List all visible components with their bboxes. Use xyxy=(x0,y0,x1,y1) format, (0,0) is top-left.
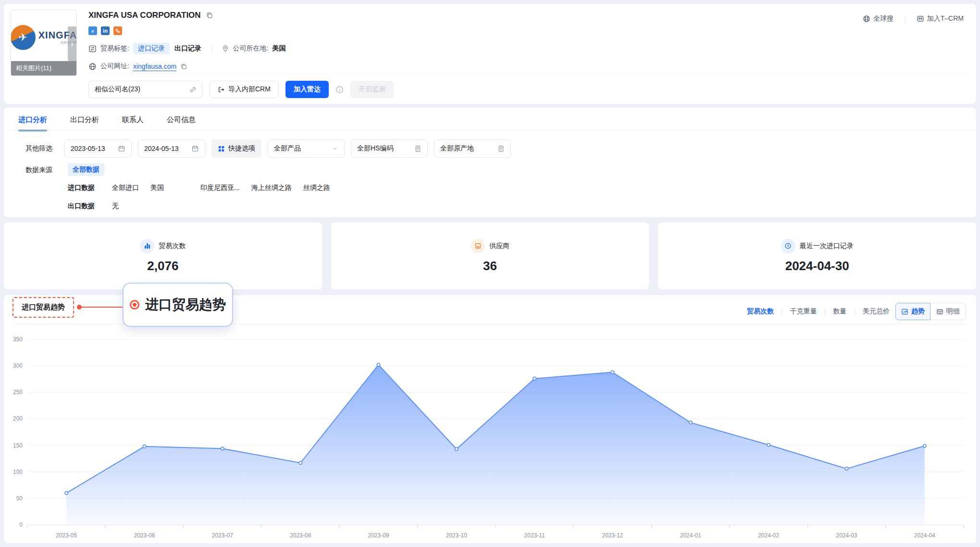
divider: | xyxy=(206,45,218,52)
start-date-picker[interactable]: 2023-05-13 xyxy=(64,139,132,158)
import-trend-panel: 进口贸易趋势 进口贸易趋势 贸易次数 | 千克重量 | 数量 | 美元总价 趋势 xyxy=(4,295,976,543)
quick-options-label: 快捷选项 xyxy=(228,144,255,153)
clock-icon xyxy=(781,239,795,253)
view-trend-button[interactable]: 趋势 xyxy=(895,303,930,320)
latest-import-card: 最近一次进口记录 2024-04-30 xyxy=(658,223,976,289)
company-name: XINGFA USA CORPORATION xyxy=(88,11,201,20)
end-date-value: 2024-05-13 xyxy=(144,145,179,152)
import-record-tag[interactable]: 进口记录 xyxy=(133,43,170,54)
start-monitoring-button[interactable]: 开启监测 xyxy=(350,81,394,98)
globe-icon xyxy=(88,62,97,71)
all-origins-value: 全部原产地 xyxy=(440,144,474,153)
global-search-icon xyxy=(863,15,870,23)
export-data-value: 无 xyxy=(112,202,119,211)
metric-quantity[interactable]: 数量 xyxy=(833,307,846,316)
all-products-value: 全部产品 xyxy=(274,144,301,153)
website-link[interactable]: xingfausa.com xyxy=(133,62,176,70)
location-value: 美国 xyxy=(272,44,285,53)
all-data-tag[interactable]: 全部数据 xyxy=(68,163,104,176)
import-crm-button[interactable]: 导入内部CRM xyxy=(210,81,279,98)
phone-icon[interactable] xyxy=(113,26,122,35)
global-search-link[interactable]: 全球搜 xyxy=(863,14,893,23)
svg-text:50: 50 xyxy=(16,495,23,502)
stats-row: 贸易次数 2,076 供应商 36 最近一次进口记录 2024-04-30 xyxy=(4,223,976,289)
analysis-panel: 进口分析 出口分析 联系人 公司信息 其他筛选 2023-05-13 2024-… xyxy=(4,108,976,217)
divider xyxy=(88,73,968,74)
import-source-item[interactable]: 全部进口 xyxy=(112,184,139,192)
import-crm-label: 导入内部CRM xyxy=(228,85,271,94)
shop-icon xyxy=(471,239,485,253)
similar-companies-label: 相似公司名(23) xyxy=(95,85,140,94)
svg-text:2023-06: 2023-06 xyxy=(134,532,155,539)
location-pin-icon xyxy=(222,45,229,52)
tab-import-analysis[interactable]: 进口分析 xyxy=(18,115,47,131)
svg-text:0: 0 xyxy=(19,522,23,528)
trend-chart: 0501001502002503003502023-052023-062023-… xyxy=(4,329,976,540)
suppliers-label: 供应商 xyxy=(489,242,509,250)
document-icon xyxy=(414,145,422,152)
import-source-item[interactable]: 丝绸之路 xyxy=(303,184,330,192)
metric-kg-weight[interactable]: 千克重量 xyxy=(790,307,817,316)
info-icon[interactable] xyxy=(335,86,344,94)
all-products-select[interactable]: 全部产品 xyxy=(268,139,345,158)
svg-text:200: 200 xyxy=(13,415,23,422)
add-radar-button[interactable]: 加入雷达 xyxy=(285,81,329,98)
website-e-icon[interactable]: e xyxy=(88,26,97,35)
start-date-value: 2023-05-13 xyxy=(71,145,105,152)
all-hs-codes-select[interactable]: 全部HS编码 xyxy=(351,139,428,158)
end-date-picker[interactable]: 2024-05-13 xyxy=(138,139,205,158)
tcrm-icon xyxy=(917,15,924,23)
link-icon xyxy=(189,86,197,93)
join-tcrm-label: 加入T–CRM xyxy=(927,14,964,23)
svg-text:2023-05: 2023-05 xyxy=(56,532,77,539)
bullseye-icon xyxy=(130,300,139,310)
metric-usd-total[interactable]: 美元总价 xyxy=(863,307,890,316)
svg-text:2024-02: 2024-02 xyxy=(758,532,779,539)
import-source-item[interactable]: 海上丝绸之路 xyxy=(251,184,292,192)
data-source-label: 数据来源 xyxy=(25,166,52,174)
import-source-item[interactable]: 印度尼西亚... xyxy=(200,184,240,192)
divider: | xyxy=(781,308,783,315)
table-icon xyxy=(936,308,943,315)
chevron-down-icon xyxy=(332,145,338,152)
calendar-icon xyxy=(191,145,199,152)
svg-text:2024-01: 2024-01 xyxy=(680,532,701,539)
linkedin-icon[interactable]: in xyxy=(101,26,110,35)
all-origins-select[interactable]: 全部原产地 xyxy=(434,139,511,158)
next-image-arrow[interactable]: › xyxy=(68,26,76,61)
company-header-panel: ✈ XINGFA GROUP › 相关图片(11) XINGFA USA COR… xyxy=(4,4,976,104)
copy-icon[interactable] xyxy=(206,12,213,19)
export-record-tag[interactable]: 出口记录 xyxy=(174,43,202,54)
divider xyxy=(4,130,976,131)
export-data-label: 出口数据 xyxy=(68,202,95,211)
tab-company-info[interactable]: 公司信息 xyxy=(167,115,196,131)
import-data-label: 进口数据 xyxy=(68,184,95,192)
latest-import-value: 2024-04-30 xyxy=(785,259,849,274)
import-source-item[interactable]: 美国 xyxy=(150,184,164,192)
view-trend-label: 趋势 xyxy=(911,307,925,316)
trend-icon xyxy=(901,308,908,315)
website-label: 公司网址: xyxy=(100,62,129,71)
view-detail-button[interactable]: 明细 xyxy=(930,303,966,320)
company-logo-thumbnail[interactable]: ✈ XINGFA GROUP › 相关图片(11) xyxy=(11,10,77,76)
svg-text:2023-10: 2023-10 xyxy=(446,532,467,539)
divider: | xyxy=(824,308,826,315)
svg-text:2023-09: 2023-09 xyxy=(368,532,389,539)
svg-text:2023-12: 2023-12 xyxy=(602,532,623,539)
trade-count-label: 贸易次数 xyxy=(159,242,186,250)
view-detail-label: 明细 xyxy=(946,307,960,316)
copy-icon[interactable] xyxy=(180,63,187,70)
similar-companies-selector[interactable]: 相似公司名(23) xyxy=(88,81,203,98)
svg-text:2024-04: 2024-04 xyxy=(914,532,935,539)
swap-icon xyxy=(88,45,97,53)
metric-trade-count[interactable]: 贸易次数 xyxy=(747,307,774,316)
svg-text:150: 150 xyxy=(13,442,23,449)
related-images-badge[interactable]: 相关图片(11) xyxy=(11,61,76,75)
other-filters-label: 其他筛选 xyxy=(25,144,52,153)
svg-text:2023-08: 2023-08 xyxy=(290,532,311,539)
tab-export-analysis[interactable]: 出口分析 xyxy=(70,115,99,131)
global-search-label: 全球搜 xyxy=(873,14,893,23)
join-tcrm-link[interactable]: 加入T–CRM xyxy=(917,14,964,23)
quick-options-button[interactable]: 快捷选项 xyxy=(211,139,261,158)
tab-contacts[interactable]: 联系人 xyxy=(122,115,144,131)
